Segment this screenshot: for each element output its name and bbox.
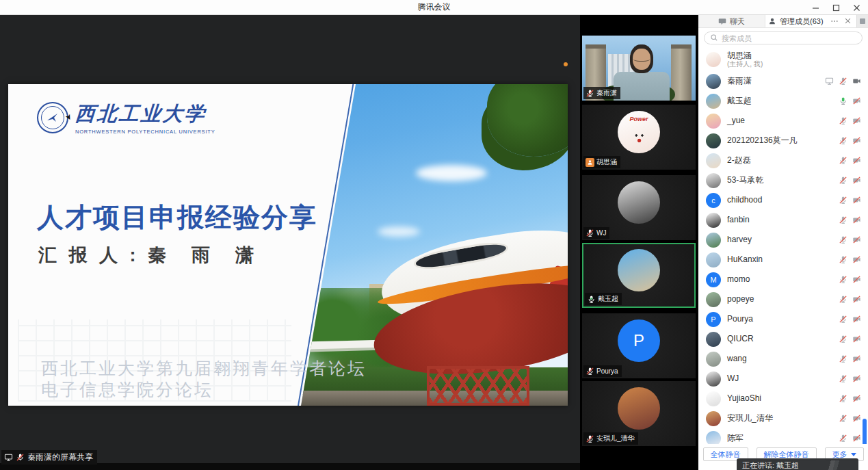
cam-off-icon[interactable] [852, 136, 861, 145]
member-avatar [706, 411, 721, 426]
minimize-icon[interactable] [811, 3, 820, 12]
tab-members[interactable]: 管理成员(63) [765, 15, 826, 27]
tile-name-label: WJ [583, 227, 609, 239]
mic-muted-icon[interactable] [839, 216, 847, 224]
mic-muted-icon[interactable] [839, 275, 847, 284]
member-row[interactable]: 戴玉超 [698, 91, 868, 111]
cam-off-icon[interactable] [852, 374, 861, 383]
video-tile[interactable]: 安琪儿_清华 [582, 381, 696, 446]
tab-chat[interactable]: 聊天 [698, 15, 765, 27]
member-row[interactable]: YujiaoShi [698, 389, 868, 408]
member-row[interactable]: wang [698, 349, 868, 369]
mic-muted-icon[interactable] [839, 196, 847, 205]
cam-off-icon[interactable] [852, 176, 861, 185]
member-row[interactable]: popeye [698, 289, 868, 309]
cam-off-icon[interactable] [852, 335, 861, 343]
mic-muted-icon[interactable] [839, 77, 847, 86]
panel-collapse-button[interactable] [856, 15, 868, 27]
cam-off-icon[interactable] [852, 196, 861, 205]
member-row[interactable]: cchildhood [698, 190, 868, 210]
member-row[interactable]: 安琪儿_清华 [698, 408, 868, 428]
close-icon[interactable] [852, 3, 861, 12]
cam-off-icon[interactable] [852, 156, 861, 165]
video-tile[interactable]: 戴玉超 [582, 243, 696, 308]
member-row[interactable]: HuKanxin [698, 250, 868, 270]
mic-muted-icon[interactable] [839, 315, 847, 324]
member-row[interactable]: PPourya [698, 309, 868, 329]
member-row[interactable]: 胡思涵(主持人, 我) [698, 48, 868, 71]
member-avatar [706, 352, 721, 367]
member-row[interactable]: fanbin [698, 210, 868, 230]
speaking-toast: 正在讲话: 戴玉超 [737, 458, 858, 470]
video-tile[interactable]: WJ [582, 175, 696, 240]
video-tile[interactable]: 秦雨潇 [582, 36, 696, 101]
member-row[interactable]: Mmomo [698, 270, 868, 289]
cam-off-icon[interactable] [852, 255, 861, 264]
mic-muted-icon[interactable] [839, 116, 847, 125]
window-controls [811, 0, 864, 15]
search-box[interactable] [704, 31, 863, 44]
mic-muted-icon[interactable] [839, 235, 847, 244]
member-name: 安琪儿_清华 [727, 414, 773, 423]
mic-muted-icon[interactable] [839, 374, 847, 383]
cam-off-icon[interactable] [852, 354, 861, 363]
mic-on-icon[interactable] [839, 96, 847, 105]
more-icon[interactable] [830, 17, 839, 26]
slide-footer: 西北工业大学第九届翱翔青年学者论坛 电子信息学院分论坛 [41, 358, 367, 400]
member-row[interactable]: harvey [698, 230, 868, 250]
tile-name-label: 戴玉超 [585, 293, 622, 305]
member-row[interactable]: 陈军 [698, 428, 868, 444]
mic-muted-icon[interactable] [839, 414, 847, 423]
cam-off-icon[interactable] [852, 394, 861, 403]
panel-close-icon[interactable] [844, 17, 853, 26]
member-row[interactable]: _yue [698, 111, 868, 131]
member-name: HuKanxin [727, 255, 763, 264]
mic-muted-icon[interactable] [839, 394, 847, 403]
mic-muted-icon[interactable] [839, 295, 847, 304]
tile-avatar [618, 181, 660, 224]
member-name: YujiaoShi [727, 394, 761, 403]
cam-off-icon[interactable] [852, 414, 861, 423]
mic-muted-icon[interactable] [839, 335, 847, 343]
member-row[interactable]: WJ [698, 369, 868, 389]
mic-muted-icon[interactable] [839, 176, 847, 185]
label-mic-muted-icon [586, 434, 594, 443]
cam-off-icon[interactable] [852, 315, 861, 324]
member-row[interactable]: 53-马承乾 [698, 170, 868, 190]
member-row-icons [839, 414, 861, 423]
video-tile[interactable]: Power胡思涵 [582, 105, 696, 170]
avatar-text: Power [618, 116, 660, 122]
cam-off-icon[interactable] [852, 295, 861, 304]
tile-name: 戴玉超 [598, 294, 618, 304]
video-tile[interactable]: PPourya [582, 313, 696, 378]
cam-off-icon[interactable] [852, 434, 861, 443]
search-input[interactable] [722, 34, 856, 42]
member-row[interactable]: 2021202136莫一凡 [698, 131, 868, 151]
cam-off-icon[interactable] [852, 116, 861, 125]
member-row[interactable]: QIUCR [698, 329, 868, 349]
avatar-letter: P [711, 315, 715, 324]
tab-members-label: 管理成员(63) [780, 16, 824, 27]
member-row-icons [839, 275, 861, 284]
mic-muted-icon[interactable] [839, 255, 847, 264]
member-row[interactable]: 秦雨潇 [698, 71, 868, 91]
maximize-icon[interactable] [831, 3, 841, 12]
cam-off-icon[interactable] [852, 235, 861, 244]
cam-off-icon[interactable] [852, 96, 861, 105]
search-area [698, 28, 868, 49]
member-row[interactable]: 2-赵磊 [698, 151, 868, 170]
member-row-icons [839, 354, 861, 363]
member-name: fanbin [727, 216, 750, 224]
member-name: wang [727, 354, 747, 363]
member-row-icons [839, 196, 861, 205]
tile-avatar: P [618, 319, 660, 362]
mic-muted-icon[interactable] [839, 434, 847, 443]
member-name: childhood [727, 196, 762, 205]
mic-muted-icon[interactable] [839, 136, 847, 145]
mic-muted-icon[interactable] [839, 156, 847, 165]
mic-muted-icon[interactable] [839, 354, 847, 363]
university-name-en: NORTHWESTERN POLYTECHNICAL UNIVERSITY [75, 129, 215, 135]
cam-on-icon[interactable] [852, 77, 861, 86]
cam-off-icon[interactable] [852, 216, 861, 224]
cam-off-icon[interactable] [852, 275, 861, 284]
